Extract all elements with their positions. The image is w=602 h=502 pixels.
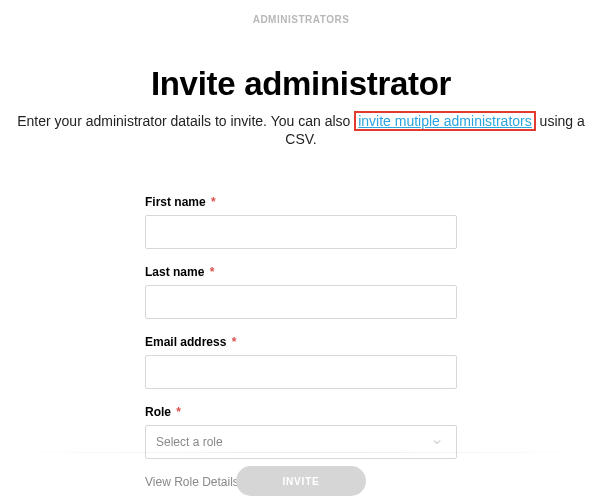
role-label: Role * [145,405,457,419]
last-name-input[interactable] [145,285,457,319]
page-title: Invite administrator [0,65,602,103]
footer-bar: INVITE [0,452,602,502]
role-field: Role * Select a role [145,405,457,459]
desc-text-before: Enter your administrator datails to invi… [17,113,354,129]
invite-form: First name * Last name * Email address *… [145,195,457,489]
label-text: First name [145,195,206,209]
first-name-input[interactable] [145,215,457,249]
email-input[interactable] [145,355,457,389]
last-name-field: Last name * [145,265,457,319]
last-name-label: Last name * [145,265,457,279]
required-mark: * [210,265,215,279]
first-name-field: First name * [145,195,457,249]
label-text: Email address [145,335,226,349]
label-text: Last name [145,265,204,279]
first-name-label: First name * [145,195,457,209]
breadcrumb: ADMINISTRATORS [0,0,602,25]
required-mark: * [211,195,216,209]
invite-multiple-link[interactable]: invite mutiple administrators [358,113,532,129]
required-mark: * [176,405,181,419]
email-label: Email address * [145,335,457,349]
label-text: Role [145,405,171,419]
required-mark: * [232,335,237,349]
invite-button[interactable]: INVITE [236,466,366,496]
callout-highlight: invite mutiple administrators [354,111,536,131]
role-select-placeholder: Select a role [156,435,223,449]
chevron-down-icon [430,435,444,449]
page-description: Enter your administrator datails to invi… [0,111,602,147]
email-field: Email address * [145,335,457,389]
